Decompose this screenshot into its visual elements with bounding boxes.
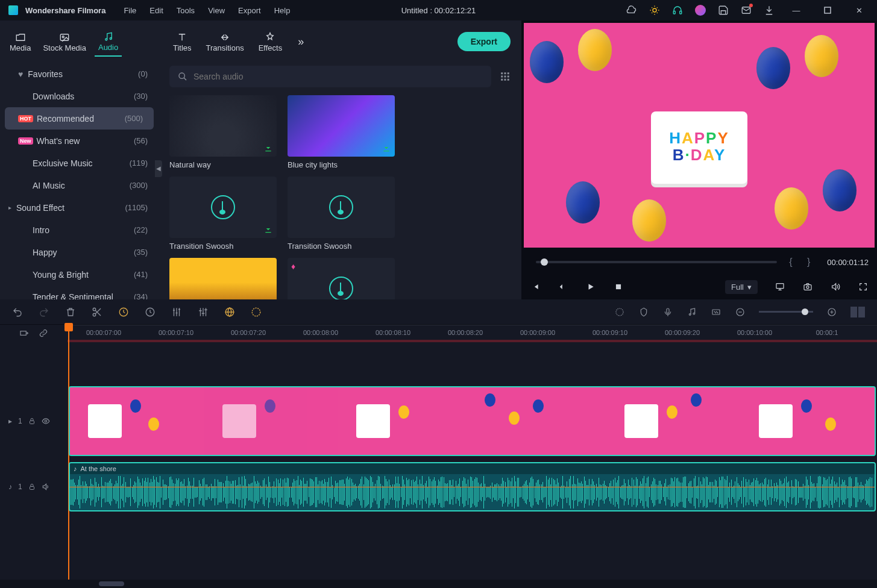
sidebar-item[interactable]: AI Music(300) xyxy=(0,174,159,196)
snapshot-icon[interactable] xyxy=(802,282,813,292)
play-icon[interactable] xyxy=(585,283,596,291)
speed-icon[interactable] xyxy=(118,307,129,317)
sidebar-item[interactable]: ♥Favorites(0) xyxy=(0,63,159,85)
audio-clip[interactable]: ♪ At the shore xyxy=(69,462,876,511)
menu-export[interactable]: Export xyxy=(238,6,261,15)
export-button[interactable]: Export xyxy=(457,32,511,51)
video-track-content[interactable] xyxy=(68,385,877,457)
timeline-view-icon[interactable] xyxy=(850,307,865,317)
stop-icon[interactable] xyxy=(613,283,624,291)
window-close[interactable]: ✕ xyxy=(849,5,869,16)
zoom-knob[interactable] xyxy=(802,308,808,315)
zoom-out-icon[interactable] xyxy=(735,307,746,317)
window-maximize[interactable] xyxy=(818,5,837,16)
audio-track-content[interactable]: ♪ At the shore xyxy=(68,462,877,511)
audio-tile[interactable] xyxy=(169,258,277,299)
grid-view-icon[interactable] xyxy=(500,71,511,82)
prev-frame-icon[interactable] xyxy=(530,283,541,291)
keyframe-icon[interactable] xyxy=(251,307,262,317)
voice-icon[interactable] xyxy=(662,307,673,317)
volume-icon[interactable] xyxy=(830,282,841,292)
download-icon[interactable] xyxy=(263,225,273,234)
scrollbar-thumb[interactable] xyxy=(99,581,124,586)
tile-thumb[interactable] xyxy=(169,95,277,157)
audio-tile[interactable]: Transition Swoosh xyxy=(169,177,277,251)
sidebar-item[interactable]: Young & Bright(41) xyxy=(0,263,159,286)
tile-thumb[interactable] xyxy=(169,177,277,238)
timeline-ruler[interactable]: 00:00:07:0000:00:07:1000:00:07:2000:00:0… xyxy=(68,325,877,342)
step-back-icon[interactable] xyxy=(558,283,568,291)
save-icon[interactable] xyxy=(718,5,729,16)
tab-titles[interactable]: Titles xyxy=(169,28,195,56)
zoom-in-icon[interactable] xyxy=(826,307,837,317)
collapse-handle-icon[interactable]: ◀ xyxy=(155,160,162,177)
audio-tile[interactable]: Transition Swoosh xyxy=(288,177,395,251)
tile-thumb[interactable] xyxy=(288,95,395,157)
adjust-icon[interactable] xyxy=(171,307,182,317)
sidebar-item[interactable]: Downloads(30) xyxy=(0,85,159,107)
tab-transitions[interactable]: Transitions xyxy=(203,28,248,56)
mixer-icon[interactable] xyxy=(198,307,209,317)
marker-braces-icon[interactable]: { } xyxy=(789,257,816,267)
download-icon[interactable] xyxy=(263,143,273,153)
light-icon[interactable] xyxy=(649,5,660,16)
sidebar-item[interactable]: HOTRecommended(500) xyxy=(5,107,154,130)
marker-icon[interactable] xyxy=(638,307,649,317)
tile-thumb[interactable] xyxy=(288,177,395,238)
zoom-slider[interactable] xyxy=(759,311,813,313)
sidebar-item[interactable]: NewWhat's new(56) xyxy=(0,130,159,152)
menu-help[interactable]: Help xyxy=(274,6,291,15)
aspect-icon[interactable] xyxy=(711,307,721,317)
link-icon[interactable] xyxy=(38,328,49,338)
menu-edit[interactable]: Edit xyxy=(149,6,163,15)
audio-categories[interactable]: ♥Favorites(0)Downloads(30)HOTRecommended… xyxy=(0,63,159,299)
tab-media[interactable]: Media xyxy=(6,28,34,56)
monitor-icon[interactable] xyxy=(775,282,785,292)
search-input[interactable] xyxy=(193,72,483,81)
search-box[interactable] xyxy=(169,66,491,87)
tab-stock-media[interactable]: Stock Media xyxy=(39,28,90,56)
video-clip[interactable] xyxy=(69,386,876,456)
audio-tile[interactable]: ♦ xyxy=(288,258,395,299)
window-minimize[interactable]: ― xyxy=(787,5,806,16)
mail-icon[interactable] xyxy=(741,5,752,16)
timeline-scrollbar[interactable] xyxy=(0,580,877,588)
split-icon[interactable] xyxy=(92,307,102,317)
sidebar-item[interactable]: Intro(22) xyxy=(0,219,159,241)
more-tabs-icon[interactable]: » xyxy=(298,36,304,48)
download-icon[interactable] xyxy=(764,5,775,16)
tab-effects[interactable]: Effects xyxy=(255,28,286,56)
crop-icon[interactable] xyxy=(145,307,156,317)
menu-tools[interactable]: Tools xyxy=(177,6,195,15)
scrubber[interactable] xyxy=(536,261,777,263)
sidebar-item[interactable]: Tender & Sentimental(34) xyxy=(0,286,159,299)
lock-icon[interactable] xyxy=(28,418,36,425)
tile-thumb[interactable] xyxy=(169,258,277,299)
menu-view[interactable]: View xyxy=(208,6,225,15)
quality-select[interactable]: Full▾ xyxy=(725,280,758,294)
sidebar-item[interactable]: ▸Sound Effect(1105) xyxy=(0,196,159,219)
lock-icon[interactable] xyxy=(28,483,36,490)
visibility-icon[interactable] xyxy=(42,417,50,425)
redo-icon[interactable] xyxy=(39,307,49,317)
tab-audio[interactable]: Audio xyxy=(95,27,122,57)
sidebar-item[interactable]: Happy(35) xyxy=(0,241,159,263)
delete-icon[interactable] xyxy=(65,307,76,317)
add-track-icon[interactable] xyxy=(19,328,30,338)
color-icon[interactable] xyxy=(224,307,235,317)
avatar-icon[interactable] xyxy=(695,5,706,16)
headset-icon[interactable] xyxy=(672,5,683,16)
download-icon[interactable] xyxy=(382,143,391,153)
cloud-icon[interactable] xyxy=(626,5,637,16)
audio-tile[interactable]: Natural way xyxy=(169,95,277,169)
audio-sync-icon[interactable] xyxy=(687,307,697,317)
scrubber-knob[interactable] xyxy=(541,258,548,266)
render-icon[interactable] xyxy=(614,307,625,317)
audio-tile[interactable]: Blue city lights xyxy=(288,95,395,169)
undo-icon[interactable] xyxy=(12,307,23,317)
preview-viewport[interactable]: HAPPYB·DAY xyxy=(524,23,875,248)
mute-icon[interactable] xyxy=(42,483,50,491)
sidebar-item[interactable]: Exclusive Music(119) xyxy=(0,152,159,174)
menu-file[interactable]: File xyxy=(124,6,136,15)
fullscreen-icon[interactable] xyxy=(858,282,869,292)
